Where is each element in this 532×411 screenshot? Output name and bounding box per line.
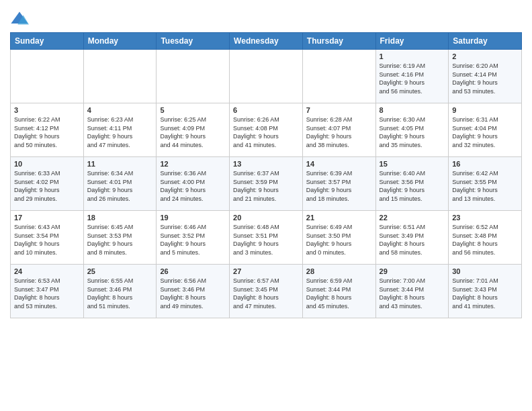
day-number: 21	[306, 214, 372, 222]
day-number: 7	[306, 106, 372, 114]
day-number: 15	[380, 160, 445, 168]
logo-icon	[10, 9, 29, 28]
day-number: 20	[233, 214, 299, 222]
day-info: Sunrise: 6:34 AM Sunset: 4:01 PM Dayligh…	[87, 169, 153, 203]
day-info: Sunrise: 7:00 AM Sunset: 3:44 PM Dayligh…	[380, 277, 445, 310]
calendar-cell: 11Sunrise: 6:34 AM Sunset: 4:01 PM Dayli…	[83, 157, 157, 211]
day-info: Sunrise: 6:42 AM Sunset: 3:55 PM Dayligh…	[452, 169, 518, 203]
day-number: 22	[380, 214, 445, 222]
day-info: Sunrise: 6:40 AM Sunset: 3:56 PM Dayligh…	[380, 169, 445, 203]
day-number: 6	[233, 106, 299, 114]
calendar-cell: 1Sunrise: 6:19 AM Sunset: 4:16 PM Daylig…	[375, 50, 449, 103]
day-info: Sunrise: 6:20 AM Sunset: 4:14 PM Dayligh…	[452, 62, 518, 95]
calendar-cell	[302, 50, 375, 103]
day-number: 16	[452, 160, 518, 168]
calendar-cell: 12Sunrise: 6:36 AM Sunset: 4:00 PM Dayli…	[157, 157, 230, 211]
calendar-week-row: 17Sunrise: 6:43 AM Sunset: 3:54 PM Dayli…	[11, 211, 522, 265]
calendar-header-row: SundayMondayTuesdayWednesdayThursdayFrid…	[11, 33, 522, 50]
day-number: 3	[14, 106, 80, 114]
calendar-cell: 18Sunrise: 6:45 AM Sunset: 3:53 PM Dayli…	[83, 211, 157, 265]
weekday-header: Saturday	[449, 33, 522, 50]
weekday-header: Thursday	[302, 33, 375, 50]
day-info: Sunrise: 6:33 AM Sunset: 4:02 PM Dayligh…	[14, 169, 80, 203]
day-info: Sunrise: 6:30 AM Sunset: 4:05 PM Dayligh…	[380, 116, 445, 149]
calendar-cell: 19Sunrise: 6:46 AM Sunset: 3:52 PM Dayli…	[157, 211, 230, 265]
day-number: 23	[452, 214, 518, 222]
calendar-week-row: 10Sunrise: 6:33 AM Sunset: 4:02 PM Dayli…	[11, 157, 522, 211]
calendar-cell: 22Sunrise: 6:51 AM Sunset: 3:49 PM Dayli…	[375, 211, 449, 265]
calendar-cell: 16Sunrise: 6:42 AM Sunset: 3:55 PM Dayli…	[449, 157, 522, 211]
day-number: 24	[14, 267, 80, 275]
day-info: Sunrise: 6:28 AM Sunset: 4:07 PM Dayligh…	[306, 116, 372, 149]
calendar-cell: 27Sunrise: 6:57 AM Sunset: 3:45 PM Dayli…	[230, 265, 303, 318]
page-container: SundayMondayTuesdayWednesdayThursdayFrid…	[0, 0, 532, 325]
day-number: 4	[87, 106, 153, 114]
calendar-cell: 21Sunrise: 6:49 AM Sunset: 3:50 PM Dayli…	[302, 211, 375, 265]
calendar-cell: 30Sunrise: 7:01 AM Sunset: 3:43 PM Dayli…	[449, 265, 522, 318]
day-info: Sunrise: 6:52 AM Sunset: 3:48 PM Dayligh…	[452, 223, 518, 257]
calendar-cell: 25Sunrise: 6:55 AM Sunset: 3:46 PM Dayli…	[83, 265, 157, 318]
weekday-header: Wednesday	[230, 33, 303, 50]
day-info: Sunrise: 6:43 AM Sunset: 3:54 PM Dayligh…	[14, 223, 80, 257]
day-number: 27	[233, 267, 299, 275]
day-number: 18	[87, 214, 153, 222]
day-number: 19	[160, 214, 226, 222]
calendar-cell: 28Sunrise: 6:59 AM Sunset: 3:44 PM Dayli…	[302, 265, 375, 318]
day-number: 13	[233, 160, 299, 168]
calendar-week-row: 1Sunrise: 6:19 AM Sunset: 4:16 PM Daylig…	[11, 50, 522, 103]
day-number: 30	[452, 267, 518, 275]
calendar-cell: 24Sunrise: 6:53 AM Sunset: 3:47 PM Dayli…	[11, 265, 84, 318]
calendar-cell	[83, 50, 157, 103]
day-info: Sunrise: 6:49 AM Sunset: 3:50 PM Dayligh…	[306, 223, 372, 257]
calendar-cell: 5Sunrise: 6:25 AM Sunset: 4:09 PM Daylig…	[157, 103, 230, 157]
day-number: 10	[14, 160, 80, 168]
day-number: 26	[160, 267, 226, 275]
day-info: Sunrise: 6:25 AM Sunset: 4:09 PM Dayligh…	[160, 116, 226, 149]
day-info: Sunrise: 6:57 AM Sunset: 3:45 PM Dayligh…	[233, 277, 299, 310]
header	[10, 7, 522, 28]
day-number: 14	[306, 160, 372, 168]
day-info: Sunrise: 6:19 AM Sunset: 4:16 PM Dayligh…	[380, 62, 445, 95]
day-info: Sunrise: 6:31 AM Sunset: 4:04 PM Dayligh…	[452, 116, 518, 149]
calendar-cell: 17Sunrise: 6:43 AM Sunset: 3:54 PM Dayli…	[11, 211, 84, 265]
calendar-cell: 13Sunrise: 6:37 AM Sunset: 3:59 PM Dayli…	[230, 157, 303, 211]
day-info: Sunrise: 6:36 AM Sunset: 4:00 PM Dayligh…	[160, 169, 226, 203]
calendar-cell	[11, 50, 84, 103]
day-info: Sunrise: 7:01 AM Sunset: 3:43 PM Dayligh…	[452, 277, 518, 310]
logo	[10, 9, 32, 28]
day-info: Sunrise: 6:48 AM Sunset: 3:51 PM Dayligh…	[233, 223, 299, 257]
day-number: 17	[14, 214, 80, 222]
day-info: Sunrise: 6:56 AM Sunset: 3:46 PM Dayligh…	[160, 277, 226, 310]
calendar-cell: 14Sunrise: 6:39 AM Sunset: 3:57 PM Dayli…	[302, 157, 375, 211]
day-info: Sunrise: 6:53 AM Sunset: 3:47 PM Dayligh…	[14, 277, 80, 310]
weekday-header: Friday	[375, 33, 449, 50]
calendar-week-row: 3Sunrise: 6:22 AM Sunset: 4:12 PM Daylig…	[11, 103, 522, 157]
calendar-cell: 7Sunrise: 6:28 AM Sunset: 4:07 PM Daylig…	[302, 103, 375, 157]
day-number: 5	[160, 106, 226, 114]
day-number: 29	[380, 267, 445, 275]
calendar-cell: 2Sunrise: 6:20 AM Sunset: 4:14 PM Daylig…	[449, 50, 522, 103]
day-number: 11	[87, 160, 153, 168]
calendar-cell: 20Sunrise: 6:48 AM Sunset: 3:51 PM Dayli…	[230, 211, 303, 265]
day-info: Sunrise: 6:55 AM Sunset: 3:46 PM Dayligh…	[87, 277, 153, 310]
day-info: Sunrise: 6:37 AM Sunset: 3:59 PM Dayligh…	[233, 169, 299, 203]
day-info: Sunrise: 6:46 AM Sunset: 3:52 PM Dayligh…	[160, 223, 226, 257]
calendar-cell: 26Sunrise: 6:56 AM Sunset: 3:46 PM Dayli…	[157, 265, 230, 318]
calendar-cell: 8Sunrise: 6:30 AM Sunset: 4:05 PM Daylig…	[375, 103, 449, 157]
day-number: 8	[380, 106, 445, 114]
day-number: 28	[306, 267, 372, 275]
day-info: Sunrise: 6:22 AM Sunset: 4:12 PM Dayligh…	[14, 116, 80, 149]
calendar-cell: 6Sunrise: 6:26 AM Sunset: 4:08 PM Daylig…	[230, 103, 303, 157]
day-info: Sunrise: 6:39 AM Sunset: 3:57 PM Dayligh…	[306, 169, 372, 203]
calendar-cell: 3Sunrise: 6:22 AM Sunset: 4:12 PM Daylig…	[11, 103, 84, 157]
day-info: Sunrise: 6:45 AM Sunset: 3:53 PM Dayligh…	[87, 223, 153, 257]
day-info: Sunrise: 6:59 AM Sunset: 3:44 PM Dayligh…	[306, 277, 372, 310]
calendar-cell: 4Sunrise: 6:23 AM Sunset: 4:11 PM Daylig…	[83, 103, 157, 157]
day-info: Sunrise: 6:26 AM Sunset: 4:08 PM Dayligh…	[233, 116, 299, 149]
calendar-cell: 9Sunrise: 6:31 AM Sunset: 4:04 PM Daylig…	[449, 103, 522, 157]
day-info: Sunrise: 6:23 AM Sunset: 4:11 PM Dayligh…	[87, 116, 153, 149]
weekday-header: Tuesday	[157, 33, 230, 50]
day-number: 2	[452, 52, 518, 60]
calendar-table: SundayMondayTuesdayWednesdayThursdayFrid…	[10, 32, 522, 318]
calendar-week-row: 24Sunrise: 6:53 AM Sunset: 3:47 PM Dayli…	[11, 265, 522, 318]
